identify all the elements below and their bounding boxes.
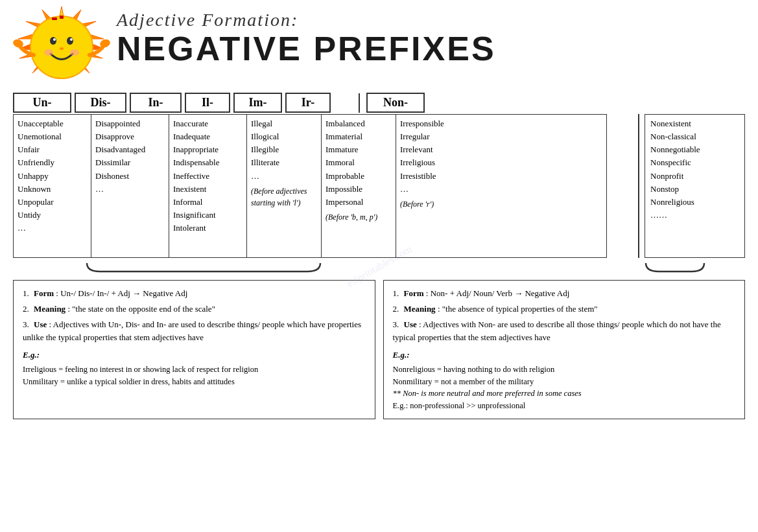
list-item: Impossible <box>326 183 392 196</box>
list-item: Illegible <box>251 143 317 156</box>
info-item: 3. Use : Adjectives with Non- are used t… <box>393 318 736 345</box>
info-item: 1. Form : Un-/ Dis-/ In-/ + Adj → Negati… <box>23 287 366 301</box>
eg-line-italic: ** Non- is more neutral and more preferr… <box>393 387 736 400</box>
list-item: Illiterate <box>251 156 317 169</box>
list-item: … <box>18 222 87 235</box>
info-box-right: 1. Form : Non- + Adj/ Noun/ Verb → Negat… <box>383 280 746 419</box>
info-item: 3. Use : Adjectives with Un-, Dis- and I… <box>23 318 366 345</box>
label-form: Form <box>34 288 54 298</box>
list-item: Inappropriate <box>173 143 243 156</box>
list-item: Disadvantaged <box>95 143 165 156</box>
list-num: 2. <box>393 304 399 314</box>
eg-label-left: E.g.: <box>23 349 366 362</box>
list-item: Irresistible <box>400 170 467 183</box>
list-item: Immaterial <box>326 130 392 143</box>
list-item: Immature <box>326 143 392 156</box>
list-item: … <box>400 183 467 196</box>
list-item: Disappointed <box>95 117 165 130</box>
info-item: 2. Meaning : "the state on the opposite … <box>23 303 366 316</box>
list-item: Unknown <box>18 183 87 196</box>
label-meaning: Meaning <box>34 304 65 314</box>
list-item: Unacceptable <box>18 117 87 130</box>
list-item: Ineffective <box>173 170 243 183</box>
left-bracket-svg <box>80 260 534 274</box>
list-num: 3. <box>393 319 399 329</box>
svg-point-14 <box>50 37 56 45</box>
list-item: Impersonal <box>326 196 392 209</box>
list-item: Irresponsible <box>400 117 467 130</box>
list-item: Illogical <box>251 130 317 143</box>
col-in: Inaccurate Inadequate Inappropriate Indi… <box>169 115 247 257</box>
list-item: Unfair <box>18 143 87 156</box>
subtitle: Adjective Formation: <box>117 10 745 30</box>
svg-rect-24 <box>60 16 64 19</box>
list-item: Unfriendly <box>18 156 87 169</box>
list-item-note: (Before 'r') <box>400 198 467 211</box>
meaning-text: : "the state on the opposite end of the … <box>67 304 215 314</box>
svg-point-16 <box>53 38 56 41</box>
list-num: 1. <box>23 288 29 298</box>
list-item: Dishonest <box>95 170 165 183</box>
col-un: Unacceptable Unemotional Unfair Unfriend… <box>14 115 91 257</box>
prefix-in-box: In- <box>130 93 182 113</box>
eg-line: Irreligious = feeling no interest in or … <box>23 364 366 376</box>
label-form: Form <box>404 288 424 298</box>
col-dis: Disappointed Disapprove Disadvantaged Di… <box>91 115 169 257</box>
list-item: Nonstop <box>650 183 739 196</box>
eg-label-right: E.g.: <box>393 349 736 362</box>
prefix-il-box: Il- <box>185 93 230 113</box>
list-item: Dissimilar <box>95 156 165 169</box>
info-list-left: 1. Form : Un-/ Dis-/ In-/ + Adj → Negati… <box>23 287 366 345</box>
list-item-note: (Before 'b, m, p') <box>326 211 392 224</box>
prefix-ir-box: Ir- <box>285 93 331 113</box>
list-num: 2. <box>23 304 29 314</box>
info-list-right: 1. Form : Non- + Adj/ Noun/ Verb → Negat… <box>393 287 736 345</box>
prefix-dis-box: Dis- <box>75 93 126 113</box>
list-item: Illegal <box>251 117 317 130</box>
meaning-text: : "the absence of typical properties of … <box>438 304 598 314</box>
use-text: : Adjectives with Non- are used to descr… <box>393 319 721 343</box>
list-item: Unpopular <box>18 196 87 209</box>
left-word-table: Unacceptable Unemotional Unfair Unfriend… <box>13 114 607 258</box>
list-item: Informal <box>173 196 243 209</box>
list-item: Intolerant <box>173 222 243 235</box>
eg-text-left: Irreligious = feeling no interest in or … <box>23 364 366 388</box>
prefix-im-box: Im- <box>233 93 282 113</box>
table-separator <box>607 114 639 258</box>
list-item: Indispensable <box>173 156 243 169</box>
list-item: … <box>251 170 317 183</box>
list-item: Disapprove <box>95 130 165 143</box>
info-item: 1. Form : Non- + Adj/ Noun/ Verb → Negat… <box>393 287 736 301</box>
sun-icon <box>13 3 110 87</box>
col-non: Nonexistent Non-classical Nonnegotiable … <box>645 114 745 258</box>
info-section: 1. Form : Un-/ Dis-/ In-/ + Adj → Negati… <box>13 280 745 419</box>
list-item: Irrelevant <box>400 143 467 156</box>
title-area: Adjective Formation: NEGATIVE PREFIXES <box>110 6 745 67</box>
svg-point-15 <box>67 37 73 45</box>
list-item-note: (Before adjectives starting with 'l') <box>251 185 317 209</box>
svg-point-19 <box>70 49 79 56</box>
col-il: Illegal Illogical Illegible Illiterate …… <box>247 115 322 257</box>
list-item: Imbalanced <box>326 117 392 130</box>
eg-line: Nonreligious = having nothing to do with… <box>393 364 736 376</box>
main-title: NEGATIVE PREFIXES <box>117 30 745 67</box>
list-item: …… <box>650 209 739 222</box>
list-num: 3. <box>23 319 29 329</box>
list-item: Nonspecific <box>650 156 739 169</box>
content-area: Un- Dis- In- Il- Im- Ir- Non- Unacceptab… <box>13 93 745 419</box>
info-item: 2. Meaning : "the absence of typical pro… <box>393 303 736 316</box>
list-num: 1. <box>393 288 399 298</box>
right-bracket-svg <box>639 260 745 274</box>
svg-point-17 <box>70 38 73 41</box>
list-item: Inexistent <box>173 183 243 196</box>
col-im: Imbalanced Immaterial Immature Immoral I… <box>322 115 396 257</box>
list-item: Inaccurate <box>173 117 243 130</box>
list-item: Irregular <box>400 130 467 143</box>
header: Adjective Formation: NEGATIVE PREFIXES <box>13 6 745 87</box>
svg-point-20 <box>60 47 64 50</box>
list-item: Insignificant <box>173 209 243 222</box>
sun-illustration <box>13 3 110 87</box>
list-item: Inadequate <box>173 130 243 143</box>
prefix-header-row: Un- Dis- In- Il- Im- Ir- Non- <box>13 93 745 113</box>
list-item: Untidy <box>18 209 87 222</box>
